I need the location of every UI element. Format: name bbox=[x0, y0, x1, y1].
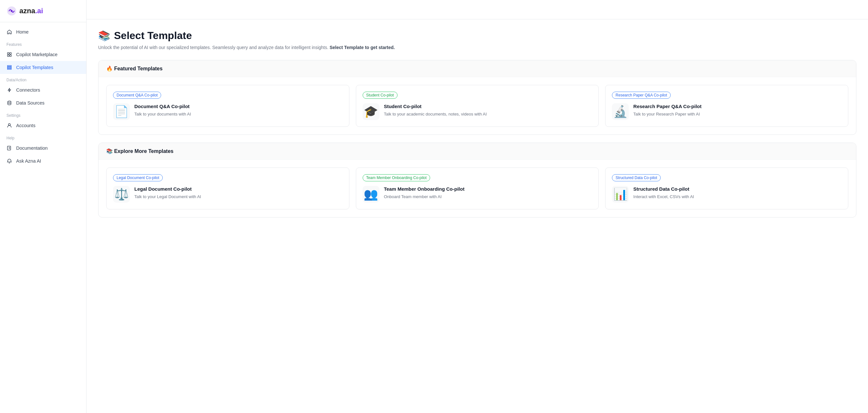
main-content: 📚 Select Template Unlock the potential o… bbox=[87, 20, 868, 413]
card-title: Document Q&A Co-pilot bbox=[134, 103, 343, 110]
card-text-block: Structured Data Co-pilotInteract with Ex… bbox=[633, 186, 841, 200]
card-icon: 📊 bbox=[612, 186, 629, 203]
cards-grid-featured: Document Q&A Co-pilot📄Document Q&A Co-pi… bbox=[98, 77, 856, 135]
data-sources-label: Data Sources bbox=[16, 100, 44, 105]
card-icon: ⚖️ bbox=[113, 186, 130, 203]
logo-area: azna.ai bbox=[0, 0, 86, 22]
card-title: Structured Data Co-pilot bbox=[633, 186, 841, 192]
card-title: Legal Document Co-pilot bbox=[134, 186, 343, 192]
template-card[interactable]: Legal Document Co-pilot⚖️Legal Document … bbox=[106, 168, 349, 209]
home-label: Home bbox=[16, 29, 29, 35]
page-title-icon: 📚 bbox=[98, 30, 110, 41]
logo-text: azna.ai bbox=[20, 7, 43, 15]
template-card[interactable]: Research Paper Q&A Co-pilot🔬Research Pap… bbox=[605, 85, 848, 127]
connectors-label: Connectors bbox=[16, 88, 40, 93]
card-body: ⚖️Legal Document Co-pilotTalk to your Le… bbox=[113, 186, 343, 203]
card-badge: Team Member Onboarding Co-pilot bbox=[363, 174, 430, 181]
card-desc: Interact with Excel, CSVs with AI bbox=[633, 194, 841, 200]
template-card[interactable]: Structured Data Co-pilot📊Structured Data… bbox=[605, 168, 848, 209]
card-body: 📊Structured Data Co-pilotInteract with E… bbox=[612, 186, 841, 203]
page-subtitle: Unlock the potential of AI with our spec… bbox=[98, 44, 857, 51]
card-desc: Talk to your Legal Document with AI bbox=[134, 194, 343, 200]
sidebar-nav: Home Features Copilot Marketplace bbox=[0, 22, 86, 413]
sidebar: azna.ai Home Features Copilot M bbox=[0, 0, 87, 413]
sidebar-item-copilot-marketplace[interactable]: Copilot Marketplace bbox=[0, 48, 86, 61]
sidebar-item-data-sources[interactable]: Data Sources bbox=[0, 97, 86, 109]
page-title: Select Template bbox=[114, 30, 192, 42]
documentation-label: Documentation bbox=[16, 145, 48, 151]
sidebar-item-accounts[interactable]: Accounts bbox=[0, 119, 86, 132]
card-desc: Talk to your academic documents, notes, … bbox=[384, 111, 592, 117]
grid-icon bbox=[6, 51, 12, 58]
svg-point-10 bbox=[8, 124, 10, 126]
sidebar-item-ask-azna[interactable]: Ask Azna AI bbox=[0, 154, 86, 168]
card-text-block: Team Member Onboarding Co-pilotOnboard T… bbox=[384, 186, 592, 200]
template-card[interactable]: Team Member Onboarding Co-pilot👥Team Mem… bbox=[356, 168, 599, 209]
svg-rect-5 bbox=[10, 55, 11, 57]
accounts-label: Accounts bbox=[16, 123, 35, 128]
svg-rect-2 bbox=[7, 53, 9, 54]
user-icon bbox=[6, 123, 12, 129]
section-label-features: Features bbox=[0, 38, 86, 48]
card-desc: Talk to your Research Paper with AI bbox=[633, 111, 841, 117]
card-title: Team Member Onboarding Co-pilot bbox=[384, 186, 592, 192]
svg-rect-8 bbox=[7, 68, 11, 69]
card-body: 👥Team Member Onboarding Co-pilotOnboard … bbox=[363, 186, 592, 203]
sidebar-item-documentation[interactable]: Documentation bbox=[0, 142, 86, 154]
section-explore: 📚 Explore More TemplatesLegal Document C… bbox=[98, 143, 857, 217]
templates-label: Copilot Templates bbox=[16, 65, 53, 70]
section-label-data: Data/Action bbox=[0, 74, 86, 83]
card-badge: Structured Data Co-pilot bbox=[612, 174, 661, 181]
template-card[interactable]: Student Co-pilot🎓Student Co-pilotTalk to… bbox=[356, 85, 599, 127]
main-header bbox=[87, 0, 868, 20]
home-icon bbox=[6, 29, 12, 35]
card-title: Research Paper Q&A Co-pilot bbox=[633, 103, 841, 110]
card-badge: Research Paper Q&A Co-pilot bbox=[612, 92, 671, 99]
logo-icon bbox=[6, 6, 17, 16]
section-header-explore: 📚 Explore More Templates bbox=[98, 143, 856, 160]
marketplace-label: Copilot Marketplace bbox=[16, 52, 58, 57]
card-icon: 🔬 bbox=[612, 103, 629, 120]
card-text-block: Legal Document Co-pilotTalk to your Lega… bbox=[134, 186, 343, 200]
svg-rect-4 bbox=[7, 55, 9, 57]
card-icon: 🎓 bbox=[363, 103, 379, 120]
main-area: 📚 Select Template Unlock the potential o… bbox=[87, 0, 868, 413]
svg-point-1 bbox=[11, 10, 12, 12]
section-label-help: Help bbox=[0, 132, 86, 142]
section-featured: 🔥 Featured TemplatesDocument Q&A Co-pilo… bbox=[98, 60, 857, 135]
card-badge: Document Q&A Co-pilot bbox=[113, 92, 161, 99]
template-sections: 🔥 Featured TemplatesDocument Q&A Co-pilo… bbox=[98, 60, 857, 217]
book-icon bbox=[6, 145, 12, 151]
section-header-featured: 🔥 Featured Templates bbox=[98, 60, 856, 77]
template-card[interactable]: Document Q&A Co-pilot📄Document Q&A Co-pi… bbox=[106, 85, 349, 127]
card-icon: 👥 bbox=[363, 186, 379, 203]
svg-rect-7 bbox=[7, 67, 11, 68]
card-text-block: Student Co-pilotTalk to your academic do… bbox=[384, 103, 592, 117]
card-text-block: Document Q&A Co-pilotTalk to your docume… bbox=[134, 103, 343, 117]
card-badge: Student Co-pilot bbox=[363, 92, 398, 99]
sidebar-item-connectors[interactable]: Connectors bbox=[0, 83, 86, 97]
svg-rect-6 bbox=[7, 66, 11, 66]
section-label-settings: Settings bbox=[0, 109, 86, 119]
database-icon bbox=[6, 100, 12, 106]
sidebar-item-copilot-templates[interactable]: Copilot Templates bbox=[0, 61, 86, 74]
card-text-block: Research Paper Q&A Co-pilotTalk to your … bbox=[633, 103, 841, 117]
zap-icon bbox=[6, 87, 12, 93]
card-body: 📄Document Q&A Co-pilotTalk to your docum… bbox=[113, 103, 343, 120]
sidebar-item-home[interactable]: Home bbox=[0, 26, 86, 38]
list-icon bbox=[6, 65, 12, 70]
card-desc: Talk to your documents with AI bbox=[134, 111, 343, 117]
ask-azna-label: Ask Azna AI bbox=[16, 159, 41, 164]
svg-point-9 bbox=[8, 101, 11, 102]
svg-rect-3 bbox=[10, 53, 11, 54]
card-badge: Legal Document Co-pilot bbox=[113, 174, 163, 181]
cards-grid-explore: Legal Document Co-pilot⚖️Legal Document … bbox=[98, 160, 856, 217]
card-body: 🎓Student Co-pilotTalk to your academic d… bbox=[363, 103, 592, 120]
page-title-row: 📚 Select Template bbox=[98, 30, 857, 42]
bell-icon bbox=[6, 158, 12, 164]
card-icon: 📄 bbox=[113, 103, 130, 120]
card-body: 🔬Research Paper Q&A Co-pilotTalk to your… bbox=[612, 103, 841, 120]
card-title: Student Co-pilot bbox=[384, 103, 592, 110]
card-desc: Onboard Team member with AI bbox=[384, 194, 592, 200]
